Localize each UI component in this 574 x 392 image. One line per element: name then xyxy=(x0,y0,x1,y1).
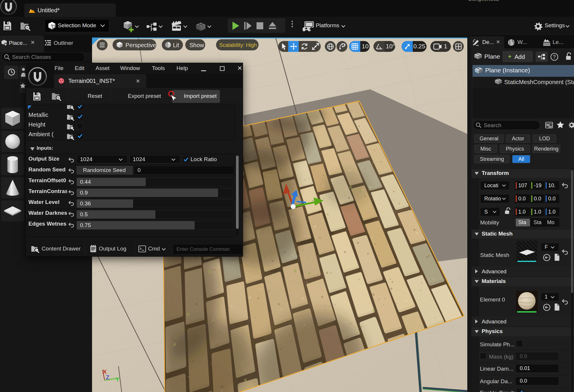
svg-text:?: ? xyxy=(553,54,556,60)
svg-text:Z: Z xyxy=(106,374,110,381)
svg-text:Y: Y xyxy=(116,376,120,383)
